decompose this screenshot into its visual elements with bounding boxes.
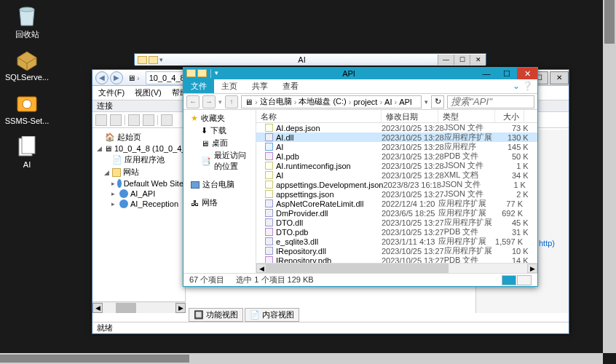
desktop-icon-ssms[interactable]: SSMS-Set...	[4, 91, 50, 125]
nav-fwd-icon[interactable]: ▶	[110, 71, 123, 84]
tree-default-website[interactable]: ▸ Default Web Site	[92, 178, 185, 189]
file-size: 1 K	[498, 181, 527, 189]
nav-back-icon[interactable]: ◀	[95, 71, 108, 84]
page-hscroll[interactable]	[0, 353, 603, 364]
tree-ai-reception[interactable]: ▸ AI_Reception	[92, 199, 185, 209]
nav-this-pc[interactable]: 这台电脑	[183, 178, 256, 191]
scroll-left-icon[interactable]: ◀	[92, 303, 103, 313]
scrollbar-thumb[interactable]	[266, 264, 449, 273]
list-item[interactable]: DTO.pdb2023/10/25 13:27PDB 文件31 K	[256, 227, 537, 237]
close-button[interactable]: ✕	[470, 55, 486, 65]
chevron-down-icon[interactable]: ▾	[218, 98, 222, 106]
svg-rect-4	[22, 136, 35, 154]
tree-ai-api[interactable]: ▸ AI_API	[92, 189, 185, 199]
scrollbar-thumb[interactable]	[0, 355, 189, 363]
window-explorer-api: ▾ API — ☐ ✕ 文件 主页 共享 查看 ⌄ ❔ ← → ▾ ↑ 🖥› 这…	[183, 67, 538, 287]
col-date[interactable]: 修改日期	[382, 110, 438, 122]
ribbon-tab-share[interactable]: 共享	[245, 79, 275, 93]
minimize-button[interactable]: —	[476, 68, 497, 79]
crumb-project[interactable]: project	[353, 98, 377, 106]
folder-icon	[197, 69, 207, 77]
iis-tree-hscroll[interactable]: ◀ ▶	[92, 301, 186, 313]
box-icon	[15, 47, 39, 71]
file-date: 2023/10/25 13:28	[382, 171, 444, 180]
view-details-button[interactable]	[502, 275, 516, 285]
toolbar-button[interactable]	[143, 114, 154, 126]
scroll-right-icon[interactable]: ▶	[175, 303, 186, 313]
nav-up-icon[interactable]: ↑	[225, 95, 238, 108]
crumb-api[interactable]: API	[399, 98, 412, 106]
iis-right-link[interactable]: http)	[539, 239, 555, 248]
tree-server[interactable]: ◢🖥 10_0_4_8 (10_0_4_8\Adminis	[92, 143, 185, 154]
toolbar-button[interactable]	[128, 114, 140, 126]
api-file-list: 名称 修改日期 类型 大小 AI.deps.json2023/10/25 13:…	[256, 110, 537, 273]
search-input[interactable]	[447, 95, 534, 108]
scrollbar-thumb[interactable]	[604, 0, 615, 44]
api-ribbon: 文件 主页 共享 查看 ⌄ ❔	[183, 79, 537, 94]
ai-titlebar[interactable]: ▾ AI — ☐ ✕	[135, 54, 486, 66]
ribbon-tab-home[interactable]: 主页	[214, 79, 245, 93]
desktop-icon-sqlserver[interactable]: SQLServe...	[4, 47, 50, 82]
ribbon-help-icon[interactable]: ⌄ ❔	[508, 79, 537, 93]
tree-sites[interactable]: ◢ 网站	[92, 166, 185, 178]
scroll-left-icon[interactable]: ◀	[256, 264, 266, 273]
desktop-icon-recycle[interactable]: 回收站	[4, 4, 50, 40]
file-icon	[265, 218, 273, 226]
nav-favorites[interactable]: ★收藏夹	[183, 112, 256, 124]
minimize-button[interactable]: —	[438, 55, 454, 65]
tree-app-pools[interactable]: 📄 应用程序池	[92, 154, 185, 166]
chevron-right-icon: ›	[137, 74, 140, 82]
col-name[interactable]: 名称	[256, 110, 382, 122]
file-icon	[265, 181, 273, 189]
tab-content-view[interactable]: 📄 内容视图	[245, 308, 299, 322]
refresh-icon[interactable]: ↻	[431, 95, 444, 108]
api-titlebar[interactable]: ▾ API — ☐ ✕	[183, 68, 537, 79]
toolbar-button[interactable]	[110, 114, 122, 126]
breadcrumb[interactable]: 🖥› 这台电脑› 本地磁盘 (C:)› project› AI› API	[241, 95, 422, 108]
toolbar-button[interactable]	[161, 114, 173, 126]
desktop-icon-label: SSMS-Set...	[4, 116, 50, 125]
menu-view[interactable]: 视图(V)	[135, 87, 162, 98]
maximize-button[interactable]: ☐	[497, 68, 517, 79]
nav-fwd-icon[interactable]: →	[202, 95, 216, 108]
file-icon	[265, 152, 273, 160]
list-item[interactable]: IRepository.pdb2023/10/25 13:27PDB 文件14 …	[256, 256, 537, 263]
maximize-button[interactable]: ☐	[454, 55, 470, 65]
crumb-pc[interactable]: 这台电脑	[260, 96, 292, 107]
ribbon-tab-file[interactable]: 文件	[183, 79, 214, 93]
scroll-right-icon[interactable]: ▶	[527, 264, 537, 273]
list-header[interactable]: 名称 修改日期 类型 大小	[256, 110, 537, 123]
crumb-drive[interactable]: 本地磁盘 (C:)	[299, 96, 346, 107]
view-icons-button[interactable]	[517, 275, 532, 285]
list-item[interactable]: AspNetCoreRateLimit.dll2022/12/4 1:20应用程…	[256, 199, 537, 208]
file-icon	[265, 162, 273, 170]
scrollbar-thumb[interactable]	[116, 303, 136, 313]
pc-icon: 🖥	[245, 98, 253, 106]
page-vscroll[interactable]	[603, 0, 616, 353]
col-type[interactable]: 类型	[438, 110, 495, 122]
close-button[interactable]: ✕	[550, 71, 569, 84]
file-name: IRepository.dll	[276, 247, 326, 256]
chevron-down-icon[interactable]: ▾	[425, 98, 428, 106]
toolbar-button[interactable]	[95, 114, 107, 126]
tree-start-page[interactable]: 🏠 起始页	[92, 131, 185, 143]
list-item[interactable]: appsettings.json2023/10/25 13:27JSON 文件2…	[256, 189, 537, 199]
crumb-ai[interactable]: AI	[384, 98, 392, 106]
file-size: 31 K	[501, 228, 530, 237]
file-date: 2023/8/23 16:18	[383, 181, 441, 189]
nav-recent[interactable]: 📑 最近访问的位置	[183, 149, 256, 173]
nav-network[interactable]: 🖧 网络	[183, 197, 256, 209]
desktop-icon-ai[interactable]: AI	[4, 135, 50, 169]
document-stack-icon	[15, 135, 39, 158]
nav-back-icon[interactable]: ←	[186, 95, 200, 108]
close-button[interactable]: ✕	[517, 68, 537, 79]
col-size[interactable]: 大小	[495, 110, 524, 122]
nav-downloads[interactable]: ⬇ 下载	[183, 124, 256, 137]
list-hscroll[interactable]: ◀ ▶	[256, 263, 537, 273]
recycle-bin-icon	[15, 4, 39, 27]
menu-file[interactable]: 文件(F)	[98, 87, 125, 98]
tab-features-view[interactable]: 🔲 功能视图	[189, 308, 243, 322]
file-name: DTO.pdb	[276, 228, 308, 237]
ribbon-tab-view[interactable]: 查看	[275, 79, 306, 93]
nav-desktop[interactable]: 🖥 桌面	[183, 137, 256, 149]
